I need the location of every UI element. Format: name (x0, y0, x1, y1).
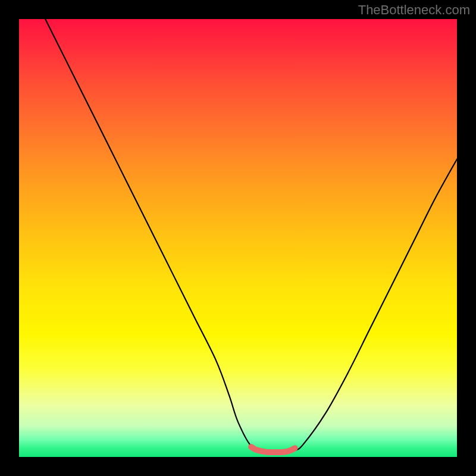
plot-area (19, 19, 457, 457)
minimum-marker (251, 447, 295, 452)
bottleneck-curve (45, 19, 457, 452)
chart-frame: TheBottleneck.com (0, 0, 476, 476)
watermark-text: TheBottleneck.com (358, 2, 470, 18)
chart-svg (19, 19, 457, 457)
